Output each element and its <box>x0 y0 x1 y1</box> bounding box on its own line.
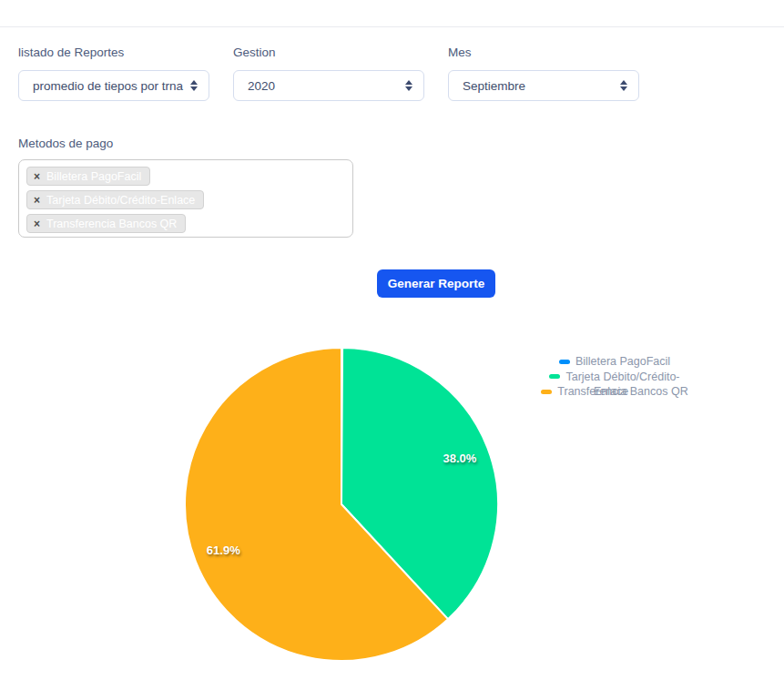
report-select[interactable]: promedio de tiepos por trna <box>18 70 209 101</box>
select-updown-icon <box>405 80 412 91</box>
select-updown-icon <box>190 80 198 91</box>
legend-marker-icon <box>541 390 552 394</box>
mes-select-value: Septiembre <box>463 79 616 93</box>
generate-report-button[interactable]: Generar Reporte <box>377 269 495 298</box>
remove-tag-icon[interactable]: × <box>34 218 40 229</box>
legend-label-wrapped-line: Enlace <box>594 384 628 400</box>
gestion-field: Gestion 2020 <box>233 46 424 101</box>
mes-select[interactable]: Septiembre <box>448 70 639 101</box>
payment-tag: ×Billetera PagoFacil <box>26 167 150 186</box>
payment-tag-label: Tarjeta Débito/Crédito-Enlace <box>46 194 195 207</box>
payment-tag-label: Transferencia Bancos QR <box>46 218 177 230</box>
payment-methods-multiselect[interactable]: ×Billetera PagoFacil ×Tarjeta Débito/Cré… <box>18 159 353 238</box>
pie-chart-section: 38.0%61.9% Billetera PagoFacil Tarjeta D… <box>0 0 784 680</box>
payment-tag-label: Billetera PagoFacil <box>46 170 141 183</box>
payment-tag: ×Transferencia Bancos QR <box>26 214 186 233</box>
remove-tag-icon[interactable]: × <box>34 195 40 206</box>
select-updown-icon <box>620 80 627 91</box>
mes-field: Mes Septiembre <box>448 46 639 101</box>
chart-legend: Billetera PagoFacil Tarjeta Débito/Crédi… <box>533 354 697 400</box>
gestion-select[interactable]: 2020 <box>233 70 424 101</box>
payment-methods-label: Metodos de pago <box>18 137 113 150</box>
report-select-value: promedio de tiepos por trna <box>33 79 187 93</box>
pie-data-label: 61.9% <box>207 543 240 557</box>
report-field: listado de Reportes promedio de tiepos p… <box>18 46 209 101</box>
legend-label: Billetera PagoFacil <box>575 354 670 370</box>
top-divider <box>0 26 784 27</box>
legend-marker-icon <box>559 360 570 364</box>
gestion-select-value: 2020 <box>248 79 402 93</box>
pie-data-label: 38.0% <box>443 452 476 465</box>
legend-item-tarjeta[interactable]: Tarjeta Débito/Crédito- <box>549 370 679 385</box>
report-label: listado de Reportes <box>18 46 209 59</box>
filters-row: listado de Reportes promedio de tiepos p… <box>18 46 639 101</box>
payment-methods-field: Metodos de pago ×Billetera PagoFacil ×Ta… <box>18 135 353 238</box>
pie-chart-svg: 38.0%61.9% <box>168 331 514 677</box>
mes-label: Mes <box>448 46 639 59</box>
payment-tag: ×Tarjeta Débito/Crédito-Enlace <box>26 190 204 209</box>
legend-label: Tarjeta Débito/Crédito- <box>565 370 679 385</box>
legend-marker-icon <box>549 374 560 379</box>
remove-tag-icon[interactable]: × <box>34 171 40 182</box>
legend-item-billetera[interactable]: Billetera PagoFacil <box>559 354 670 370</box>
gestion-label: Gestion <box>233 46 424 59</box>
